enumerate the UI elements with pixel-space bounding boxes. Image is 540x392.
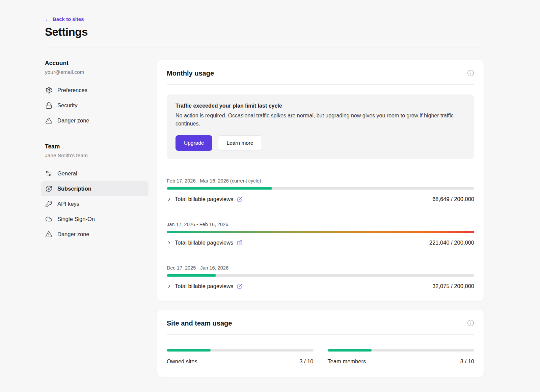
- sidebar-item-label: Single Sign-On: [57, 216, 95, 222]
- cycle-expand-toggle[interactable]: Total billable pageviews: [167, 283, 243, 289]
- usage-bar-track: [167, 231, 474, 233]
- sidebar-item-label: API keys: [57, 201, 79, 207]
- external-link-icon[interactable]: [237, 240, 243, 246]
- settings-sidebar: Account your@email.com Preferences Secur…: [45, 60, 148, 242]
- gear-icon: [45, 87, 52, 94]
- cycle-expand-toggle[interactable]: Total billable pageviews: [167, 196, 243, 202]
- cycle-metric-label: Total billable pageviews: [175, 240, 233, 246]
- sidebar-item[interactable]: General: [41, 166, 148, 181]
- warning-icon: [45, 117, 52, 124]
- header-divider: [45, 48, 484, 48]
- subscription-icon: $: [45, 185, 52, 192]
- usage-bar-fill: [167, 187, 272, 190]
- site-team-usage-title: Site and team usage: [167, 319, 232, 327]
- sidebar-item-label: Preferences: [57, 87, 87, 93]
- key-icon: [45, 200, 52, 207]
- meter-bar-fill: [328, 349, 372, 352]
- learn-more-button[interactable]: Learn more: [218, 135, 262, 151]
- card-divider: [167, 84, 474, 85]
- site-team-usage-card: Site and team usage: [157, 310, 484, 377]
- notice-title: Traffic exceeded your plan limit last cy…: [176, 103, 465, 109]
- external-link-icon[interactable]: [237, 283, 243, 289]
- sidebar-item[interactable]: $ Subscription: [41, 181, 148, 196]
- cycle-metric-label: Total billable pageviews: [175, 283, 233, 289]
- account-nav: Preferences Security Danger zone: [41, 83, 148, 128]
- billing-cycle: Dec 17, 2025 - Jan 16, 2026: [167, 265, 474, 289]
- meter-bar-track: [328, 349, 475, 352]
- cycle-metric-label: Total billable pageviews: [175, 196, 233, 202]
- usage-bar-fill: [167, 274, 216, 277]
- account-email: your@email.com: [45, 69, 148, 75]
- usage-meter: Owned sites 3 / 10: [167, 345, 314, 365]
- card-divider: [167, 334, 474, 335]
- meter-bar-fill: [167, 349, 211, 352]
- sidebar-item[interactable]: Preferences: [41, 83, 148, 98]
- sidebar-item-label: General: [57, 170, 77, 177]
- billing-cycle: Jan 17, 2026 - Feb 16, 2026: [167, 222, 474, 246]
- traffic-exceeded-notice: Traffic exceeded your plan limit last cy…: [167, 94, 474, 159]
- sidebar-item-label: Security: [57, 102, 78, 109]
- cycle-usage-value: 32,075 / 200,000: [432, 283, 474, 289]
- billing-cycle: Feb 17, 2026 - Mar 16, 2026 (current cyc…: [167, 178, 474, 202]
- sidebar-item[interactable]: Danger zone: [41, 227, 148, 242]
- meter-value: 3 / 10: [299, 358, 313, 365]
- svg-text:$: $: [48, 187, 50, 191]
- monthly-usage-card: Monthly usage Traffic exceeded your plan…: [157, 60, 484, 301]
- notice-body: No action is required. Occasional traffi…: [176, 112, 465, 128]
- usage-bar-track: [167, 274, 474, 277]
- usage-meter: Team members 3 / 10: [328, 345, 475, 365]
- meter-label: Team members: [328, 358, 366, 365]
- sidebar-item[interactable]: Security: [41, 98, 148, 113]
- arrow-left-icon: ←: [45, 16, 50, 22]
- sidebar-item[interactable]: API keys: [41, 196, 148, 212]
- usage-meters: Owned sites 3 / 10 Team members 3 / 10: [167, 345, 474, 367]
- info-icon[interactable]: [467, 69, 474, 77]
- cycle-usage-value: 221,040 / 200,000: [429, 240, 474, 246]
- sidebar-item-label: Danger zone: [57, 117, 89, 124]
- chevron-right-icon: [167, 240, 172, 245]
- settings-main: Monthly usage Traffic exceeded your plan…: [157, 60, 484, 377]
- meter-label: Owned sites: [167, 358, 197, 365]
- account-section: Account your@email.com Preferences Secur…: [45, 60, 148, 128]
- back-to-sites-label: Back to sites: [53, 16, 84, 22]
- cycle-period-label: Dec 17, 2025 - Jan 16, 2026: [167, 265, 474, 271]
- sliders-icon: [45, 170, 52, 177]
- upgrade-button[interactable]: Upgrade: [176, 135, 212, 151]
- usage-bar-track: [167, 187, 474, 190]
- cycle-expand-toggle[interactable]: Total billable pageviews: [167, 240, 243, 246]
- warning-icon: [45, 231, 52, 238]
- meter-value: 3 / 10: [460, 358, 474, 365]
- team-section: Team Jane Smith's team General $ Subscri…: [45, 143, 148, 242]
- settings-page: ← Back to sites Settings Account your@em…: [0, 0, 540, 392]
- chevron-right-icon: [167, 284, 172, 289]
- info-icon[interactable]: [467, 319, 474, 327]
- cycle-period-label: Jan 17, 2026 - Feb 16, 2026: [167, 222, 474, 227]
- team-section-title: Team: [45, 143, 148, 150]
- sidebar-item[interactable]: Danger zone: [41, 113, 148, 128]
- team-nav: General $ Subscription API keys Single S…: [41, 166, 148, 242]
- external-link-icon[interactable]: [237, 196, 243, 202]
- sidebar-item[interactable]: Single Sign-On: [41, 212, 148, 227]
- account-section-title: Account: [45, 60, 148, 67]
- meter-bar-track: [167, 349, 314, 352]
- monthly-usage-title: Monthly usage: [167, 69, 214, 77]
- sidebar-item-label: Danger zone: [57, 231, 89, 237]
- cycle-period-label: Feb 17, 2026 - Mar 16, 2026 (current cyc…: [167, 178, 474, 184]
- cloud-icon: [45, 216, 52, 223]
- lock-icon: [45, 102, 52, 109]
- page-title: Settings: [45, 26, 484, 38]
- sidebar-item-label: Subscription: [57, 186, 91, 192]
- back-to-sites-link[interactable]: ← Back to sites: [45, 16, 84, 22]
- chevron-right-icon: [167, 197, 172, 202]
- team-name: Jane Smith's team: [45, 152, 148, 159]
- billing-cycles: Feb 17, 2026 - Mar 16, 2026 (current cyc…: [167, 178, 474, 289]
- usage-bar-fill: [167, 231, 474, 233]
- cycle-usage-value: 68,649 / 200,000: [432, 196, 474, 202]
